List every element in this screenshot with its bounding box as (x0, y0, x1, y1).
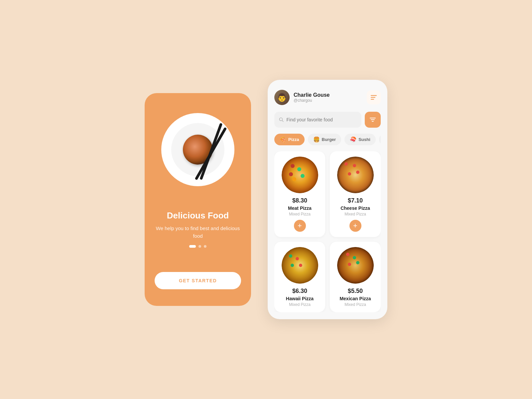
mexican-pizza-category: Mixed Pizza (344, 302, 366, 307)
onboarding-title: Delicious Food (155, 210, 241, 221)
svg-rect-0 (371, 95, 377, 96)
burger-label: Burger (322, 137, 336, 142)
pizza-label: Pizza (288, 137, 299, 142)
category-chip-sushi[interactable]: 🍣 Sushi (344, 134, 375, 145)
food-image-hawaii-pizza (282, 247, 318, 284)
dot-1 (189, 245, 196, 248)
food-card-cheese-pizza: $7.10 Cheese Pizza Mixed Pizza + (330, 151, 381, 237)
dot-2 (199, 245, 201, 248)
filter-button[interactable] (365, 112, 381, 128)
avatar: 👨 (274, 90, 290, 105)
mexican-pizza-price: $5.50 (348, 288, 363, 295)
category-chip-burger[interactable]: 🍔 Burger (308, 134, 341, 145)
add-meat-pizza-button[interactable]: + (294, 220, 306, 232)
menu-icon (370, 94, 377, 100)
hawaii-pizza-name: Hawaii Pizza (286, 296, 314, 301)
food-card-mexican-pizza: $5.50 Mexican Pizza Mixed Pizza (330, 242, 381, 312)
svg-rect-1 (371, 97, 375, 98)
pizza-visual-cheese (337, 157, 374, 193)
mexican-pizza-name: Mexican Pizza (339, 296, 371, 301)
pizza-visual-meat (282, 157, 318, 193)
sushi-label: Sushi (358, 137, 370, 142)
pagination-dots (155, 245, 241, 248)
category-chip-pizza[interactable]: 🍕 Pizza (274, 134, 305, 145)
get-started-button[interactable]: GET STARTED (155, 272, 241, 289)
onboarding-subtitle: We help you to find best and delicious f… (155, 225, 241, 240)
food-image-circle (161, 113, 234, 186)
meat-pizza-price: $8.30 (292, 197, 307, 204)
cheese-pizza-category: Mixed Pizza (344, 212, 366, 216)
hawaii-pizza-price: $6.30 (292, 288, 307, 295)
food-list-screen: 👨 Charlie Gouse @chargou (268, 80, 387, 319)
filter-icon (369, 117, 376, 123)
meat-pizza-name: Meat Pizza (288, 205, 312, 211)
sushi-plate (171, 123, 224, 176)
search-input[interactable] (286, 113, 357, 127)
meat-pizza-category: Mixed Pizza (289, 212, 311, 216)
search-row (274, 112, 381, 128)
user-details: Charlie Gouse @chargou (294, 92, 330, 103)
pizza-visual-hawaii (282, 247, 318, 284)
food-card-meat-pizza: $8.30 Meat Pizza Mixed Pizza + (274, 151, 325, 237)
dot-3 (204, 245, 206, 248)
menu-button[interactable] (367, 90, 381, 104)
add-cheese-pizza-button[interactable]: + (349, 220, 361, 232)
svg-line-4 (282, 120, 283, 122)
search-icon (279, 117, 284, 122)
screens-container: Delicious Food We help you to find best … (145, 80, 387, 319)
pizza-visual-mexican (337, 247, 374, 284)
onboarding-screen: Delicious Food We help you to find best … (145, 93, 251, 306)
food-image-meat-pizza (282, 157, 318, 193)
user-name: Charlie Gouse (294, 92, 330, 98)
category-chip-salad[interactable]: 🥗 S (379, 134, 381, 145)
food-card-hawaii-pizza: $6.30 Hawaii Pizza Mixed Pizza (274, 242, 325, 312)
sushi-emoji: 🍣 (350, 136, 356, 143)
avatar-image: 👨 (277, 93, 287, 102)
header: 👨 Charlie Gouse @chargou (274, 90, 381, 105)
cheese-pizza-name: Cheese Pizza (340, 205, 370, 211)
svg-rect-2 (371, 99, 374, 100)
categories-row: 🍕 Pizza 🍔 Burger 🍣 Sushi 🥗 S (274, 134, 381, 145)
pizza-emoji: 🍕 (280, 136, 286, 143)
hawaii-pizza-category: Mixed Pizza (289, 302, 311, 307)
burger-emoji: 🍔 (313, 136, 320, 143)
onboarding-text: Delicious Food We help you to find best … (155, 210, 241, 248)
sushi-illustration (165, 116, 231, 183)
user-handle: @chargou (294, 98, 330, 103)
cheese-pizza-price: $7.10 (348, 197, 363, 204)
food-image-mexican-pizza (337, 247, 374, 284)
user-info: 👨 Charlie Gouse @chargou (274, 90, 330, 105)
food-grid: $8.30 Meat Pizza Mixed Pizza + $7.10 Che… (274, 151, 381, 312)
search-wrap (274, 112, 361, 128)
food-image-cheese-pizza (337, 157, 374, 193)
